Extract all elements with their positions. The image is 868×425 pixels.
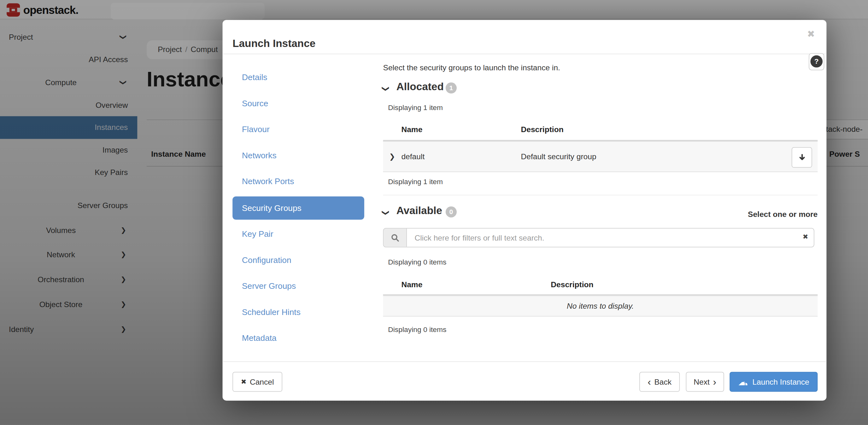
modal-title: Launch Instance [232,37,315,50]
available-count-badge: 0 [446,206,457,218]
allocated-collapse-chevron-icon[interactable]: ❯ [383,85,389,93]
cancel-button[interactable]: ✖ Cancel [232,372,282,392]
tab-server-groups[interactable]: Server Groups [232,273,364,299]
allocated-col-description: Description [521,125,564,134]
clear-search-icon[interactable]: ✖ [803,233,808,241]
allocated-heading: Allocated [397,81,444,93]
tab-scheduler-hints[interactable]: Scheduler Hints [232,299,364,325]
close-icon[interactable]: ✖ [803,26,819,42]
tab-key-pair[interactable]: Key Pair [232,221,364,247]
available-collapse-chevron-icon[interactable]: ❯ [383,209,389,217]
search-button[interactable] [383,229,407,247]
tab-flavour[interactable]: Flavour [232,117,364,142]
tab-details[interactable]: Details [232,65,364,90]
section-divider [383,195,818,195]
search-input[interactable] [407,229,795,247]
row-expand-chevron-icon[interactable]: ❯ [389,152,395,161]
modal-footer-divider [223,361,827,362]
step-description: Select the security groups to launch the… [383,63,560,72]
available-count-top: Displaying 0 items [388,258,446,266]
tab-metadata[interactable]: Metadata [232,325,364,351]
available-count-bottom: Displaying 0 items [388,325,446,334]
launch-instance-button[interactable]: ☁ ↑ Launch Instance [730,372,817,392]
cancel-x-icon: ✖ [241,378,247,386]
help-icon: ? [810,56,823,68]
empty-table-row: No items to display. [383,295,818,316]
help-button[interactable]: ? [809,53,824,70]
tab-network-ports[interactable]: Network Ports [232,169,364,194]
filter-search-bar: ✖ [383,228,814,247]
allocated-count-top: Displaying 1 item [388,103,443,111]
allocated-col-name: Name [401,125,422,134]
modal-header-divider [223,54,827,54]
security-group-description: Default security group [521,152,596,161]
tab-source[interactable]: Source [232,91,364,116]
tab-security-groups[interactable]: Security Groups [232,196,364,220]
available-heading: Available [397,205,442,217]
empty-message: No items to display. [567,302,634,310]
chevron-left-icon: ‹ [648,378,651,386]
available-col-name: Name [401,280,422,289]
tab-networks[interactable]: Networks [232,143,364,168]
cloud-upload-icon: ☁ ↑ [738,377,749,387]
screen: openstack. Project ❯ API Access Compute … [0,0,868,425]
arrow-down-icon [797,153,806,162]
launch-instance-modal: Launch Instance ✖ ? Details Source Flavo… [223,20,827,401]
next-button[interactable]: Next › [686,372,724,392]
back-button[interactable]: ‹ Back [639,372,680,392]
deallocate-button[interactable] [792,147,812,168]
table-row: ❯ default Default security group [383,141,818,172]
chevron-right-icon: › [713,378,716,386]
search-icon [391,233,399,242]
allocated-count-badge: 1 [446,83,457,94]
select-one-or-more-hint: Select one or more [748,210,817,219]
available-col-description: Description [551,280,593,289]
security-group-name: default [401,152,425,161]
tab-configuration[interactable]: Configuration [232,248,364,273]
allocated-count-bottom: Displaying 1 item [388,177,443,186]
